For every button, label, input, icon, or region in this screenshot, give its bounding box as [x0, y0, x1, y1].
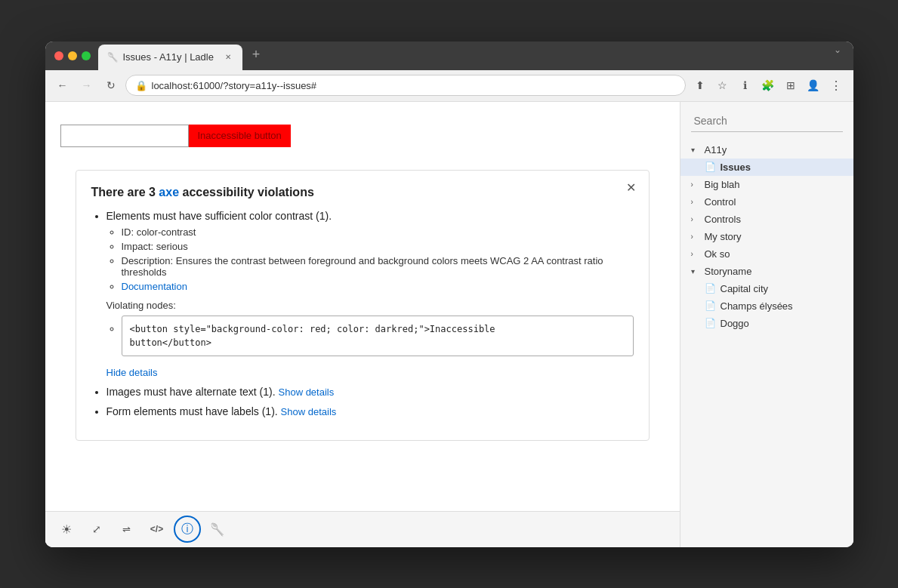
- maximize-button[interactable]: [82, 51, 91, 60]
- ladle-button[interactable]: 🥄: [204, 516, 231, 543]
- violation-1-id: ID: color-contrast: [122, 226, 634, 238]
- minimize-button[interactable]: [68, 51, 77, 60]
- chevron-right-icon-2: ›: [691, 198, 702, 206]
- sidebar-item-storyname[interactable]: ▾ Storyname: [680, 263, 853, 280]
- sidebar-tree: ▾ A11y 📄 Issues › Big blah › Control: [680, 138, 853, 335]
- active-tab[interactable]: 🥄 Issues - A11y | Ladle ✕: [98, 45, 242, 70]
- my-story-label: My story: [705, 231, 742, 242]
- violation-1-details: ID: color-contrast Impact: serious Descr…: [122, 226, 634, 292]
- sidebar-item-big-blah[interactable]: › Big blah: [680, 176, 853, 193]
- violation-2-title: Images must have alternate text (1).: [106, 386, 279, 398]
- issues-label: Issues: [721, 162, 751, 173]
- demo-component: Inaccessible button: [60, 125, 665, 147]
- documentation-link[interactable]: Documentation: [122, 281, 187, 292]
- tab-favicon-icon: 🥄: [107, 52, 119, 63]
- story-preview: Inaccessible button ✕ There are 3 axe ac…: [45, 102, 680, 547]
- fullscreen-icon: ⤢: [92, 523, 101, 535]
- chevron-down-icon-2: ▾: [691, 267, 702, 276]
- extensions-icon[interactable]: 🧩: [758, 75, 778, 95]
- light-icon: ☀: [61, 522, 72, 537]
- nav-back-button[interactable]: ←: [53, 75, 73, 95]
- show-details-2-link[interactable]: Show details: [279, 386, 335, 398]
- chevron-right-icon-3: ›: [691, 215, 702, 223]
- new-tab-button[interactable]: +: [245, 45, 267, 66]
- sidebar-toggle-icon[interactable]: ⊞: [781, 75, 801, 95]
- sidebar: ▾ A11y 📄 Issues › Big blah › Control: [680, 102, 853, 547]
- controls-label: Controls: [705, 214, 741, 225]
- fullscreen-button[interactable]: ⤢: [83, 516, 110, 543]
- a11y-icon: ⓘ: [181, 522, 193, 537]
- share-icon[interactable]: ⬆: [690, 75, 710, 95]
- sidebar-item-issues[interactable]: 📄 Issues: [680, 159, 853, 176]
- axe-link[interactable]: axe: [159, 186, 179, 199]
- bottom-toolbar: ☀ ⤢ ⇌ </> ⓘ 🥄: [45, 511, 680, 547]
- violation-item-2: Images must have alternate text (1). Sho…: [106, 386, 634, 398]
- inaccessible-button[interactable]: Inaccessible button: [189, 125, 291, 147]
- sidebar-item-champs[interactable]: 📄 Champs élysées: [680, 297, 853, 315]
- show-details-3-link[interactable]: Show details: [281, 406, 337, 417]
- chevron-right-icon-5: ›: [691, 250, 702, 258]
- profile-icon[interactable]: 👤: [804, 75, 823, 95]
- tab-close-button[interactable]: ✕: [223, 52, 233, 63]
- address-icons: ⬆ ☆ ℹ 🧩 ⊞ 👤 ⋮: [690, 75, 846, 95]
- panel-title: There are 3 axe accessibility violations: [91, 186, 634, 199]
- main-content: Inaccessible button ✕ There are 3 axe ac…: [45, 102, 853, 547]
- violation-1-doc: Documentation: [122, 281, 634, 292]
- big-blah-label: Big blah: [705, 179, 740, 190]
- chevron-right-icon: ›: [691, 180, 702, 189]
- bookmark-icon[interactable]: ☆: [713, 75, 733, 95]
- sidebar-item-capital-city[interactable]: 📄 Capital city: [680, 280, 853, 297]
- tabs-area: 🥄 Issues - A11y | Ladle ✕ + ⌄: [98, 42, 844, 70]
- demo-unlabeled-input[interactable]: [60, 125, 189, 147]
- sidebar-item-ok-so[interactable]: › Ok so: [680, 245, 853, 263]
- storyname-label: Storyname: [705, 266, 752, 277]
- sidebar-item-controls[interactable]: › Controls: [680, 211, 853, 228]
- close-button[interactable]: [54, 51, 63, 60]
- title-suffix: accessibility violations: [183, 186, 314, 199]
- browser-window: 🥄 Issues - A11y | Ladle ✕ + ⌄ ← → ↻ 🔒 lo…: [45, 42, 853, 547]
- search-input[interactable]: [691, 111, 843, 132]
- search-box: [680, 102, 853, 138]
- chevron-right-icon-4: ›: [691, 232, 702, 241]
- sidebar-item-my-story[interactable]: › My story: [680, 228, 853, 245]
- hide-details-link[interactable]: Hide details: [106, 367, 158, 378]
- violating-nodes-list: <button style="background-color: red; co…: [122, 316, 634, 356]
- sidebar-item-a11y[interactable]: ▾ A11y: [680, 141, 853, 159]
- file-icon-3: 📄: [705, 300, 716, 311]
- violation-1-title: Elements must have sufficient color cont…: [106, 210, 332, 222]
- info-icon[interactable]: ℹ: [736, 75, 755, 95]
- code-button[interactable]: </>: [143, 516, 171, 543]
- sidebar-item-control[interactable]: › Control: [680, 193, 853, 211]
- nav-reload-button[interactable]: ↻: [101, 75, 121, 95]
- rtl-button[interactable]: ⇌: [113, 516, 140, 543]
- champs-label: Champs élysées: [721, 300, 793, 312]
- panel-close-button[interactable]: ✕: [623, 180, 640, 196]
- violating-nodes-label: Violating nodes:: [106, 300, 634, 311]
- file-icon-4: 📄: [705, 318, 716, 328]
- violation-1-description: Description: Ensures the contrast betwee…: [122, 255, 634, 278]
- sidebar-item-doggo[interactable]: 📄 Doggo: [680, 315, 853, 332]
- violation-1-impact: Impact: serious: [122, 241, 634, 252]
- control-label: Control: [705, 196, 736, 208]
- violating-node-1: <button style="background-color: red; co…: [122, 316, 634, 356]
- nav-forward-button[interactable]: →: [77, 75, 97, 95]
- a11y-group-label: A11y: [705, 144, 727, 155]
- tab-title: Issues - A11y | Ladle: [123, 51, 214, 63]
- a11y-panel: ✕ There are 3 axe accessibility violatio…: [76, 170, 650, 441]
- ladle-icon: 🥄: [210, 522, 225, 537]
- tab-dropdown-button[interactable]: ⌄: [831, 42, 844, 70]
- doggo-label: Doggo: [721, 318, 749, 329]
- url-text: localhost:61000/?story=a11y--issues#: [152, 80, 317, 91]
- file-icon: 📄: [705, 162, 716, 172]
- code-block: <button style="background-color: red; co…: [122, 316, 634, 356]
- light-mode-button[interactable]: ☀: [53, 516, 80, 543]
- file-icon-2: 📄: [705, 283, 716, 294]
- violation-count: 3: [149, 186, 156, 199]
- a11y-button[interactable]: ⓘ: [174, 516, 201, 543]
- violation-3-title: Form elements must have labels (1).: [106, 405, 281, 417]
- title-prefix: There are: [91, 186, 149, 199]
- address-input[interactable]: 🔒 localhost:61000/?story=a11y--issues#: [125, 75, 686, 96]
- title-bar: 🥄 Issues - A11y | Ladle ✕ + ⌄: [45, 42, 853, 70]
- browser-menu-button[interactable]: ⋮: [826, 75, 846, 95]
- chevron-down-icon: ▾: [691, 146, 702, 154]
